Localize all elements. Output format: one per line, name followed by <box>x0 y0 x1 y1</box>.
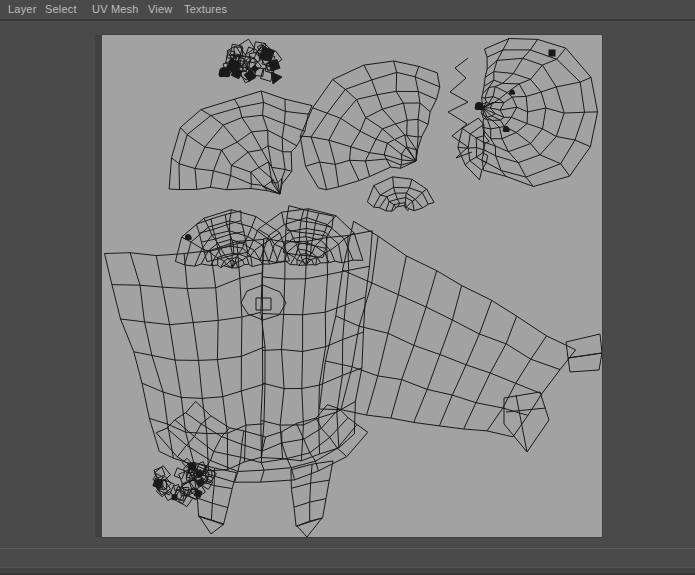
uv-island-hand-quad-1[interactable] <box>566 334 602 358</box>
menu-layer[interactable]: Layer <box>8 0 37 19</box>
uv-island-body-left-dot[interactable] <box>185 234 192 240</box>
uv-island-ornament-square[interactable] <box>256 298 271 310</box>
uv-island-ear-left[interactable] <box>169 91 312 194</box>
uv-island-tail[interactable] <box>504 392 549 452</box>
uv-island-tail-edge-2[interactable] <box>506 408 546 412</box>
menu-select[interactable]: Select <box>45 0 77 19</box>
uv-island-arm-right[interactable] <box>319 221 575 437</box>
uv-island-head-blob-1[interactable] <box>475 102 485 110</box>
uv-island-ear-mid[interactable] <box>300 61 440 190</box>
uv-island-body-left[interactable] <box>105 239 266 470</box>
menu-uv-mesh[interactable]: UV Mesh <box>92 0 139 19</box>
uv-editor-viewport[interactable] <box>102 35 602 537</box>
uv-mesh-svg <box>102 35 602 537</box>
uv-island-tail-edge-1[interactable] <box>516 395 527 452</box>
uv-island-leg-right[interactable] <box>291 461 333 526</box>
uv-island-scramble-top-spike[interactable] <box>271 72 282 84</box>
uv-island-head[interactable] <box>481 39 597 187</box>
uv-island-head-square-marker[interactable] <box>549 50 556 57</box>
canvas-left-gutter <box>95 35 102 537</box>
menu-bar: Layer Select UV Mesh View Textures <box>0 0 695 21</box>
uv-island-head-spikes[interactable] <box>448 58 472 158</box>
menu-textures[interactable]: Textures <box>184 0 227 19</box>
menu-view[interactable]: View <box>148 0 172 19</box>
uv-island-hand-quad-2[interactable] <box>568 353 602 372</box>
uv-island-ornament-ring[interactable] <box>241 285 286 320</box>
status-bar <box>0 549 695 567</box>
uv-island-sleeve-stub[interactable] <box>367 177 434 211</box>
